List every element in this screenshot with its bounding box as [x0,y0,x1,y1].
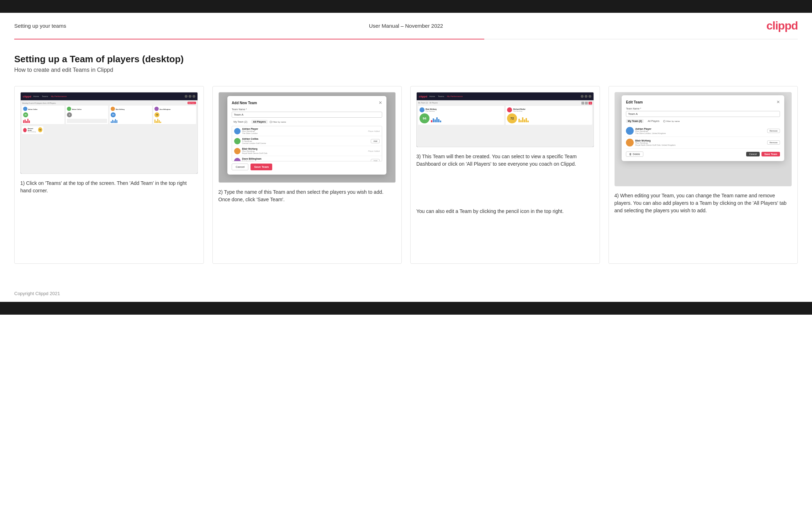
mini-nav-1: Home Teams My Performance [33,95,67,97]
card-1-description: 1) Click on 'Teams' at the top of the sc… [20,180,198,258]
remove-player-button-1[interactable]: Remove [767,129,780,133]
player-item-4: Dave Billingham 5.5 Handicap The Dog Mag… [232,156,382,161]
tab-all-players[interactable]: All Players [251,120,268,124]
edit-player-avatar-1 [626,127,634,135]
cards-grid: clippd Home Teams My Performance Viewing [14,86,798,264]
screenshot-4: Edit Team ✕ Team Name * Team A My Team (… [615,92,792,186]
player-list: Adrian Player Plus Handicap The Shire Lo… [232,126,382,161]
modal-tabs: My Team (2) All Players Filter by name [232,120,382,124]
edit-player-name-1: Adrian Player [635,128,666,130]
cancel-button[interactable]: Cancel [232,164,248,170]
screenshot-1: clippd Home Teams My Performance Viewing [20,92,198,174]
card-4-description: 4) When editing your Team, you can chang… [615,192,792,258]
filter-by-name: Filter by name [270,121,286,123]
footer: Copyright Clippd 2021 [0,285,812,302]
player-item-2: Adrian Coliba 5 Handicap Central London … [232,136,382,146]
main-content: Setting up a Team of players (desktop) H… [0,39,812,285]
player-badge-1: Player Added [368,130,380,132]
screenshot-3: clippd Home Teams My Performance My Team [416,92,594,147]
trash-icon: 🗑 [629,153,632,155]
player-avatar-3 [234,148,241,154]
screenshot-2: Add New Team ✕ Team Name * Team A My Tea… [218,92,396,183]
edit-modal-footer: 🗑 Delete Cancel Save Team [626,151,780,157]
card-2: Add New Team ✕ Team Name * Team A My Tea… [212,86,402,264]
edit-tab-all-players[interactable]: All Players [646,119,661,123]
bottom-bar [0,302,812,315]
top-bar [0,0,812,13]
player-item-3: Blair McHarg Plus Handicap Royal North D… [232,146,382,156]
remove-player-button-2[interactable]: Remove [767,140,780,145]
team-name-label: Team Name * [232,108,382,111]
card-2-description: 2) Type the name of this Team and then s… [218,188,396,258]
delete-team-button[interactable]: 🗑 Delete [626,151,643,157]
mini-logo-1: clippd [23,95,31,98]
edit-team-modal: Edit Team ✕ Team Name * Team A My Team (… [622,95,784,161]
edit-team-name-label: Team Name * [626,107,780,110]
team-name-input[interactable]: Team A [232,112,382,118]
add-player-button-2[interactable]: Add [371,139,380,143]
edit-modal-action-buttons: Cancel Save Team [746,152,780,156]
modal-close-icon[interactable]: ✕ [379,100,382,105]
card-3-description-1: 3) This Team will then be created. You c… [416,153,594,203]
copyright-text: Copyright Clippd 2021 [14,291,60,296]
header-document-title: User Manual – November 2022 [369,23,443,29]
player-avatar-4 [234,158,241,162]
header: Setting up your teams User Manual – Nove… [0,13,812,39]
player-club-3: Royal North Devon Golf Club [242,152,267,154]
player-club-1: The Shire London [242,132,258,134]
save-team-button-edit[interactable]: Save Team [761,152,780,156]
edit-filter-checkbox[interactable] [663,120,665,122]
save-team-button[interactable]: Save Team [251,164,272,170]
page-title: Setting up a Team of players (desktop) [14,54,798,65]
add-player-button-4[interactable]: Add [371,159,380,162]
card-4: Edit Team ✕ Team Name * Team A My Team (… [608,86,798,264]
edit-player-item-1: Adrian Player Plus Handicap The Shire Lo… [626,125,780,137]
edit-player-club-1: The Shire London, United Kingdom [635,132,666,134]
edit-modal-tabs: My Team (2) All Players Filter by name [626,119,780,123]
player-avatar-1 [234,128,241,134]
edit-player-item-2: Blair McHarg Plus Handicap Royal North D… [626,137,780,149]
mini-logo-3: clippd [419,95,427,98]
modal-footer: Cancel Save Team [232,164,382,170]
edit-filter-by-name: Filter by name [663,120,680,122]
tab-my-team[interactable]: My Team (2) [232,120,249,124]
card-1: clippd Home Teams My Performance Viewing [14,86,204,264]
player-name-4: Dave Billingham [242,158,265,160]
edit-modal-title: Edit Team [626,100,643,104]
header-section-label: Setting up your teams [14,23,66,29]
edit-modal-close-icon[interactable]: ✕ [776,100,780,105]
card-3-description-2: You can also edit a Team by clicking the… [416,208,594,258]
player-club-2: Central London Golf Centre [242,142,266,144]
player-detail-4: 5.5 Handicap [242,160,265,161]
player-name-3: Blair McHarg [242,148,267,150]
player-badge-3: Player Added [368,150,380,152]
filter-checkbox[interactable] [270,121,272,123]
clippd-logo: clippd [766,19,798,32]
edit-player-avatar-2 [626,139,634,146]
page-subtitle: How to create and edit Teams in Clippd [14,67,798,73]
edit-tab-my-team[interactable]: My Team (2) [626,119,644,123]
player-avatar-2 [234,138,241,144]
edit-player-name-2: Blair McHarg [635,139,675,142]
mini-nav-3: Home Teams My Performance [429,95,463,97]
add-team-modal: Add New Team ✕ Team Name * Team A My Tea… [227,96,386,175]
player-item-1: Adrian Player Plus Handicap The Shire Lo… [232,126,382,136]
player-name-2: Adrian Coliba [242,138,266,140]
edit-cancel-button[interactable]: Cancel [746,152,760,156]
edit-player-club-2: Royal North Devon Golf Club, United King… [635,144,675,146]
card-3: clippd Home Teams My Performance My Team [410,86,600,264]
player-name-1: Adrian Player [242,128,258,130]
edit-team-name-input[interactable]: Team A [626,111,780,117]
modal-title: Add New Team [232,101,257,105]
